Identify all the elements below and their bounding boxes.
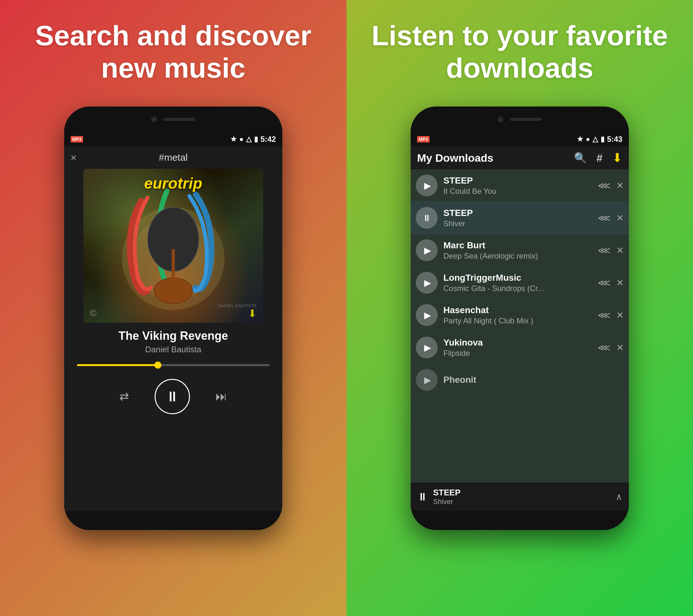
track-actions-0: ⋘ ✕ bbox=[598, 180, 624, 191]
track-item[interactable]: ▶ Yukinova Flipside ⋘ ✕ bbox=[411, 332, 629, 364]
mini-pause-icon[interactable]: ⏸ bbox=[417, 491, 428, 503]
wifi-icon: △ bbox=[246, 135, 252, 143]
next-button[interactable]: ⏭ bbox=[216, 390, 227, 403]
right-camera-dot bbox=[498, 117, 503, 122]
mini-player-info: STEEP Shiver bbox=[433, 488, 611, 506]
right-phone: MP3 ★ ● △ ▮ 5:43 My Downloads 🔍 # ⬇ bbox=[411, 106, 629, 530]
track-artist-1: STEEP bbox=[443, 208, 598, 218]
track-artist-2: Marc Burt bbox=[443, 240, 598, 251]
album-title-band: eurotrip bbox=[83, 175, 263, 192]
track-actions-4: ⋘ ✕ bbox=[598, 310, 624, 320]
share-icon-3[interactable]: ⋘ bbox=[598, 278, 611, 288]
download-header-icon[interactable]: ⬇ bbox=[612, 151, 622, 165]
header-icons: 🔍 # ⬇ bbox=[574, 151, 622, 165]
remove-icon-0[interactable]: ✕ bbox=[616, 180, 624, 191]
right-status-bar: MP3 ★ ● △ ▮ 5:43 bbox=[411, 132, 629, 146]
left-status-bar: MP3 ★ ● △ ▮ 5:42 bbox=[64, 132, 282, 146]
play-icon-4: ▶ bbox=[424, 310, 431, 320]
right-status-left: MP3 bbox=[417, 136, 430, 142]
play-button-1[interactable]: ⏸ bbox=[416, 207, 438, 229]
right-wifi-icon: △ bbox=[593, 135, 598, 143]
track-item[interactable]: ▶ LongTriggerMusic Cosmic Gita - Sundrop… bbox=[411, 266, 629, 299]
left-panel: Search and discover new music MP3 ★ ● △ … bbox=[0, 0, 346, 616]
remove-icon-3[interactable]: ✕ bbox=[616, 278, 624, 288]
play-icon-0: ▶ bbox=[424, 180, 431, 191]
close-button[interactable]: × bbox=[71, 152, 77, 164]
play-icon-5: ▶ bbox=[424, 342, 431, 353]
track-title-0: It Could Be You bbox=[443, 187, 553, 196]
track-meta-2: Marc Burt Deep Sea (Aerologic remix) bbox=[443, 240, 598, 260]
track-meta-3: LongTriggerMusic Cosmic Gita - Sundrops … bbox=[443, 273, 598, 293]
left-headline: Search and discover new music bbox=[0, 19, 346, 84]
remove-icon-1[interactable]: ✕ bbox=[616, 213, 624, 223]
signal-icon: ● bbox=[239, 135, 243, 143]
share-icon-0[interactable]: ⋘ bbox=[598, 180, 611, 191]
track-item[interactable]: ⏸ STEEP Shiver ⋘ ✕ bbox=[411, 202, 629, 234]
share-icon-1[interactable]: ⋘ bbox=[598, 213, 611, 223]
bluetooth-icon: ★ bbox=[230, 135, 237, 143]
track-list: ▶ STEEP It Could Be You ⋘ ✕ ⏸ bbox=[411, 170, 629, 482]
right-speaker-bar bbox=[510, 118, 542, 121]
player-screen: × #metal bbox=[64, 146, 282, 511]
status-right: ★ ● △ ▮ 5:42 bbox=[230, 135, 276, 144]
track-item[interactable]: ▶ Hasenchat Party All Night ( Club Mix )… bbox=[411, 299, 629, 332]
right-phone-bottom-bezel bbox=[411, 511, 629, 530]
track-item[interactable]: ▶ Pheonit bbox=[411, 364, 629, 396]
track-actions-2: ⋘ ✕ bbox=[598, 245, 624, 256]
shuffle-button[interactable]: ⇄ bbox=[119, 390, 129, 403]
pause-icon: ⏸ bbox=[165, 389, 179, 404]
track-actions-5: ⋘ ✕ bbox=[598, 342, 624, 353]
track-title-5: Flipside bbox=[443, 349, 553, 358]
watermark: DANIEL BAUTISTA bbox=[218, 303, 257, 308]
remove-icon-5[interactable]: ✕ bbox=[616, 342, 624, 353]
play-icon-3: ▶ bbox=[424, 278, 431, 288]
mini-player[interactable]: ⏸ STEEP Shiver ∧ bbox=[411, 482, 629, 511]
right-phone-bezel bbox=[411, 106, 629, 132]
right-headline: Listen to your favorite downloads bbox=[346, 19, 693, 84]
search-icon[interactable]: 🔍 bbox=[574, 152, 587, 164]
progress-bar-container[interactable] bbox=[64, 358, 282, 373]
track-meta-5: Yukinova Flipside bbox=[443, 338, 598, 358]
track-item[interactable]: ▶ STEEP It Could Be You ⋘ ✕ bbox=[411, 170, 629, 202]
progress-track[interactable] bbox=[77, 364, 270, 366]
right-time-display: 5:43 bbox=[607, 135, 622, 144]
pause-button[interactable]: ⏸ bbox=[155, 379, 190, 414]
share-icon-2[interactable]: ⋘ bbox=[598, 245, 611, 256]
play-button-5[interactable]: ▶ bbox=[416, 337, 438, 358]
remove-icon-2[interactable]: ✕ bbox=[616, 245, 624, 256]
right-signal-icon: ● bbox=[586, 135, 590, 143]
downloads-title: My Downloads bbox=[417, 152, 493, 164]
track-title-1: Shiver bbox=[443, 219, 553, 228]
track-actions-1: ⋘ ✕ bbox=[598, 213, 624, 223]
pause-icon-1: ⏸ bbox=[422, 213, 431, 223]
cc-badge: © bbox=[90, 308, 97, 318]
right-bluetooth-icon: ★ bbox=[577, 135, 583, 143]
mini-expand-icon[interactable]: ∧ bbox=[616, 492, 622, 502]
play-button-2[interactable]: ▶ bbox=[416, 239, 438, 261]
track-meta-4: Hasenchat Party All Night ( Club Mix ) bbox=[443, 305, 598, 325]
track-actions-3: ⋘ ✕ bbox=[598, 278, 624, 288]
svg-rect-4 bbox=[172, 249, 175, 291]
downloads-screen: My Downloads 🔍 # ⬇ ▶ STEEP It Could Be Y… bbox=[411, 146, 629, 511]
track-info: The Viking Revenge Daniel Bautista bbox=[64, 323, 282, 358]
play-button-6[interactable]: ▶ bbox=[416, 369, 438, 391]
share-icon-4[interactable]: ⋘ bbox=[598, 310, 611, 320]
remove-icon-4[interactable]: ✕ bbox=[616, 310, 624, 320]
hashtag-icon[interactable]: # bbox=[596, 152, 602, 164]
player-track-artist: Daniel Bautista bbox=[71, 344, 276, 355]
progress-thumb[interactable] bbox=[154, 362, 161, 369]
share-icon-5[interactable]: ⋘ bbox=[598, 342, 611, 353]
mini-artist: Shiver bbox=[433, 498, 611, 506]
play-button-4[interactable]: ▶ bbox=[416, 304, 438, 326]
play-button-0[interactable]: ▶ bbox=[416, 175, 438, 196]
download-badge-art[interactable]: ⬇ bbox=[248, 307, 257, 320]
camera-dot bbox=[151, 117, 157, 122]
track-artist-3: LongTriggerMusic bbox=[443, 273, 598, 283]
time-display: 5:42 bbox=[260, 135, 276, 144]
track-meta-6: Pheonit bbox=[443, 375, 624, 385]
track-item[interactable]: ▶ Marc Burt Deep Sea (Aerologic remix) ⋘… bbox=[411, 234, 629, 266]
play-button-3[interactable]: ▶ bbox=[416, 272, 438, 294]
track-title-2: Deep Sea (Aerologic remix) bbox=[443, 252, 553, 260]
hashtag-title: #metal bbox=[159, 152, 188, 163]
player-top-bar: × #metal bbox=[64, 146, 282, 169]
